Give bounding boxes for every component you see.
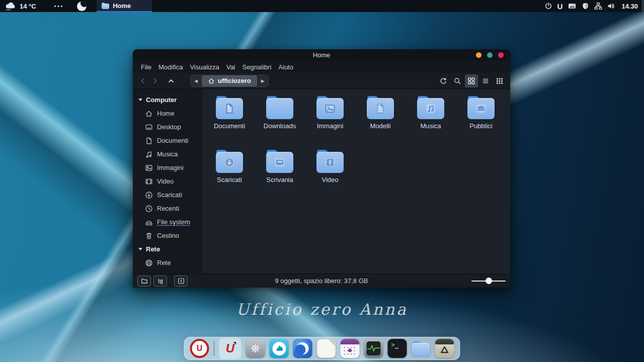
taskbar-item-home[interactable]: Home (97, 0, 152, 12)
system-monitor-icon[interactable] (364, 339, 383, 358)
uz-writer-icon[interactable]: U (219, 338, 242, 359)
moon-crescent-icon[interactable] (77, 2, 87, 11)
folder-document-icon (216, 96, 243, 119)
menu-file[interactable]: File (137, 63, 155, 71)
trash-icon[interactable] (435, 339, 454, 358)
calendar-header (341, 339, 360, 344)
menu-visualizza[interactable]: Visualizza (186, 63, 222, 71)
clock-icon (145, 205, 153, 213)
text-document-icon[interactable] (317, 339, 336, 358)
home-icon (208, 77, 215, 84)
pathbar: ◀ ufficiozero ▶ (190, 75, 269, 87)
settings-gear-icon[interactable] (246, 339, 265, 358)
show-desktop-strip[interactable] (641, 0, 644, 12)
sidebar-item-cestino[interactable]: Cestino (133, 229, 202, 242)
list-view-button[interactable] (479, 74, 492, 87)
folder-people-icon (467, 96, 495, 119)
file-pubblici[interactable]: Pubblici (456, 96, 506, 130)
folder-icon (102, 3, 109, 9)
sidebar-item-video[interactable]: Video (133, 174, 202, 188)
sidebar-item-scaricati[interactable]: Scaricati (133, 188, 202, 202)
volume-icon[interactable] (607, 2, 615, 10)
tree-pane-button[interactable] (153, 276, 167, 287)
path-scroll-right-button[interactable]: ▶ (258, 75, 268, 87)
file-modelli[interactable]: Modelli (355, 96, 406, 130)
file-documenti[interactable]: Documenti (204, 96, 255, 130)
sidebar-item-label: Home (157, 110, 175, 117)
file-downloads[interactable]: Downloads (255, 96, 305, 130)
sidebar-item-desktop[interactable]: Desktop (133, 120, 202, 134)
places-pane-button[interactable] (137, 276, 151, 287)
image-icon (145, 164, 153, 172)
close-button[interactable] (498, 52, 504, 58)
icon-view-button[interactable] (465, 74, 478, 87)
zoom-slider-knob[interactable] (486, 278, 492, 284)
minimize-button[interactable] (476, 52, 481, 58)
hide-sidebar-button[interactable] (174, 276, 188, 287)
compact-view-button[interactable] (493, 74, 506, 87)
folder-download-icon (216, 150, 243, 173)
sidebar-item-recenti[interactable]: Recenti (133, 202, 202, 215)
tree-icon (157, 278, 164, 285)
wallpaper-icon[interactable] (568, 2, 577, 10)
sidebar-item-label: Immagini (157, 164, 184, 171)
path-scroll-left-button[interactable]: ◀ (191, 75, 201, 87)
clock[interactable]: 14.30 (621, 3, 638, 10)
file-manager-icon[interactable] (412, 339, 431, 358)
menu-aiuto[interactable]: Aiuto (275, 63, 297, 71)
sidebar-header-rete[interactable]: Rete (133, 242, 202, 256)
file-label: Pubblici (469, 122, 493, 130)
icon-view-icon (467, 77, 475, 85)
sidebar-header-computer[interactable]: Computer (133, 93, 202, 107)
sidebar-item-musica[interactable]: Musica (133, 147, 202, 161)
power-icon[interactable] (544, 2, 552, 10)
file-label: Scaricati (217, 176, 242, 184)
menu-modifica[interactable]: Modifica (155, 63, 186, 71)
taskbar-item-label: Home (113, 2, 131, 10)
sidebar-item-label: Musica (157, 150, 178, 158)
top-panel: 14 °C ••• Home U (0, 0, 644, 12)
sidebar-item-filesystem[interactable]: File system (133, 215, 202, 229)
zoom-slider[interactable] (471, 276, 506, 286)
file-musica[interactable]: Musica (406, 96, 456, 130)
uz-logo-icon[interactable]: U (557, 3, 563, 10)
file-immagini[interactable]: Immagini (305, 96, 355, 130)
desktop-icon (145, 123, 153, 131)
sidebar-item-label: Cestino (157, 232, 179, 239)
sidebar-item-documenti[interactable]: Documenti (133, 134, 202, 147)
file-video[interactable]: Video (305, 150, 355, 184)
forward-button[interactable] (149, 75, 161, 87)
network-icon[interactable] (594, 2, 602, 10)
file-scrivania[interactable]: Scrivania (255, 150, 305, 184)
wolf-icon (272, 342, 286, 355)
file-grid: Documenti Downloads Immagini Modell (202, 89, 510, 274)
path-location-button[interactable]: ufficiozero (202, 75, 257, 86)
up-button[interactable] (165, 75, 177, 87)
globe-icon (145, 259, 153, 267)
back-button[interactable] (137, 75, 149, 87)
sidebar-header-label: Rete (146, 245, 160, 253)
weather-applet[interactable]: 14 °C (4, 2, 36, 11)
uz-launcher-icon[interactable]: U (190, 339, 209, 358)
calendar-icon[interactable] (341, 339, 360, 358)
terminal-icon[interactable]: >_ (388, 339, 407, 358)
menu-segnalibri[interactable]: Segnalibri (239, 63, 275, 71)
titlebar[interactable]: Home (133, 49, 510, 61)
reload-button[interactable] (437, 74, 450, 87)
thunderbird-mail-icon[interactable] (293, 339, 312, 358)
folder-image-icon (316, 96, 344, 119)
panel-overflow-dots[interactable]: ••• (54, 4, 64, 9)
menu-vai[interactable]: Vai (223, 63, 239, 71)
maximize-button[interactable] (487, 52, 493, 58)
film-icon (145, 177, 153, 186)
sidebar-item-immagini[interactable]: Immagini (133, 161, 202, 174)
trash-icon (145, 232, 153, 240)
sidebar-item-home[interactable]: Home (133, 107, 202, 120)
librewolf-browser-icon[interactable] (270, 339, 289, 358)
search-button[interactable] (451, 74, 464, 87)
calendar-today-dot (348, 349, 352, 352)
sidebar-item-rete[interactable]: Rete (133, 256, 202, 269)
shield-icon[interactable] (582, 2, 589, 10)
window-body: Computer Home Desktop Documenti Musica (133, 89, 510, 274)
file-scaricati[interactable]: Scaricati (204, 150, 255, 184)
